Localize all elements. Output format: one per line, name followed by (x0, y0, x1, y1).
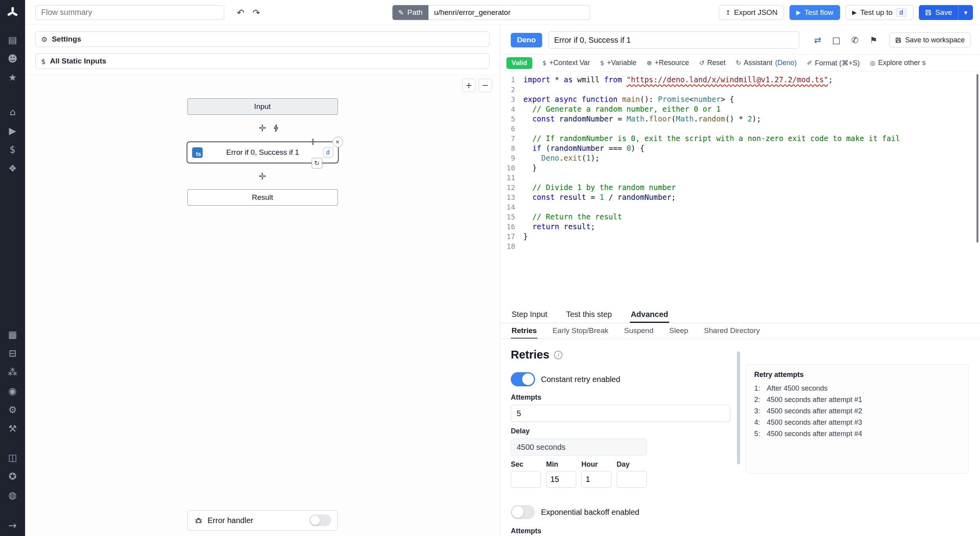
editor-toolbar: Valid $+Context Var$+Variable⊕+Resource↺… (500, 54, 980, 72)
code-line-12[interactable]: 12 // Divide 1 by the random number (500, 183, 980, 192)
retry-attempt-row: 1:After 4500 seconds (754, 383, 960, 394)
code-line-7[interactable]: 7 // If randomNumber is 0, exit the scri… (500, 134, 980, 143)
path-input[interactable] (428, 5, 590, 20)
favorites-icon[interactable]: ★ (0, 68, 25, 87)
exponential-backoff-label: Exponential backoff enabled (541, 508, 639, 517)
code-line-8[interactable]: 8 if (randomNumber === 0) { (500, 143, 980, 153)
code-line-18[interactable]: 18 (500, 241, 980, 251)
insert-step-icon[interactable]: ✛ (309, 137, 316, 147)
rp-subtab-sleep[interactable]: Sleep (668, 323, 689, 339)
code-line-1[interactable]: 1import * as wmill from "https://deno.la… (500, 75, 980, 85)
github-icon[interactable]: ◍ (0, 486, 25, 505)
assistant-button[interactable]: ↻Assistant(Deno) (736, 59, 797, 67)
rp-tab-step-input[interactable]: Step Input (511, 307, 548, 323)
zoom-in-button[interactable]: + (462, 79, 475, 92)
format-button[interactable]: ✐Format (⌘+S) (807, 59, 860, 67)
save-to-workspace-button[interactable]: Save to workspace (889, 33, 971, 47)
undo-button[interactable]: ↶ (234, 5, 248, 20)
schedules-icon[interactable]: ▦ (0, 325, 25, 344)
editor-scrollbar[interactable] (976, 74, 978, 243)
export-json-button[interactable]: ↥ Export JSON (719, 5, 784, 20)
rp-subtab-retries[interactable]: Retries (511, 323, 537, 339)
line-number: 15 (500, 212, 515, 222)
code-line-9[interactable]: 9 Deno.exit(1); (500, 153, 980, 163)
step-node[interactable]: ts Error if 0, Success if 1 d ✛ ✕ ↻ (187, 141, 339, 163)
save-icon (925, 9, 932, 16)
add-resource-button[interactable]: ⊕+Resource (647, 59, 689, 67)
rp-subtab-early-stop-break[interactable]: Early Stop/Break (552, 323, 609, 339)
jobs-icon[interactable]: ▶ (0, 121, 25, 140)
result-node[interactable]: Result (187, 189, 338, 206)
test-flow-button[interactable]: ▶ Test flow (789, 5, 840, 20)
delay-hour-input[interactable] (581, 471, 612, 488)
code-line-5[interactable]: 5 const randomNumber = Math.floor(Math.r… (500, 114, 980, 124)
input-node[interactable]: Input (187, 98, 338, 115)
rp-tab-advanced[interactable]: Advanced (630, 307, 669, 323)
code-line-2[interactable]: 2 (500, 85, 980, 94)
code-line-15[interactable]: 15 // Return the result (500, 212, 980, 222)
error-handler-row[interactable]: Error handler (187, 510, 338, 531)
flow-summary-input[interactable] (35, 5, 224, 20)
connector: ✛ (187, 163, 338, 189)
phone-icon[interactable]: ✆ (851, 35, 858, 45)
expand-sidebar-icon[interactable]: → (0, 515, 25, 536)
error-handler-toggle[interactable] (309, 514, 331, 526)
delay-day-input[interactable] (617, 471, 647, 488)
redo-button[interactable]: ↷ (249, 5, 263, 20)
code-line-4[interactable]: 4 // Generate a random number, either 0 … (500, 104, 980, 114)
trigger-bolt-icon[interactable] (272, 124, 280, 132)
settings-row[interactable]: ⚙ Settings (35, 31, 490, 47)
exponential-backoff-toggle[interactable] (511, 505, 535, 519)
delay-input[interactable] (511, 438, 647, 456)
rp-tab-test-this-step[interactable]: Test this step (565, 307, 613, 323)
zoom-out-button[interactable]: − (479, 79, 492, 92)
constant-retry-toggle[interactable] (511, 372, 535, 386)
audit-logs-icon[interactable]: ◉ (0, 382, 25, 400)
workers-icon[interactable]: ⚒ (0, 419, 25, 438)
code-line-11[interactable]: 11 (500, 173, 980, 183)
settings-icon[interactable]: ⚙ (0, 400, 25, 419)
step-name-input[interactable] (548, 31, 799, 49)
variables-icon[interactable]: $ (0, 140, 25, 159)
test-up-to-button[interactable]: ▶ Test up to d (846, 5, 913, 20)
docs-icon[interactable]: ◫ (0, 448, 25, 467)
code-line-6[interactable]: 6 (500, 124, 980, 134)
retries-scrollbar[interactable] (737, 351, 740, 464)
folders-icon[interactable]: ⊟ (0, 344, 25, 363)
code-line-14[interactable]: 14 (500, 202, 980, 212)
user-icon[interactable]: ☻ (0, 49, 25, 68)
swap-icon[interactable]: ⇄ (814, 35, 821, 45)
insert-step-icon[interactable]: ✛ (259, 123, 266, 133)
attempts-input[interactable] (511, 405, 730, 422)
reset-button[interactable]: ↺Reset (699, 59, 725, 67)
explore-scripts-button[interactable]: ◎Explore other s (870, 59, 926, 67)
info-icon[interactable]: i (554, 351, 563, 359)
delay-sec-input[interactable] (511, 471, 541, 488)
rp-subtab-suspend[interactable]: Suspend (623, 323, 654, 339)
flag-icon[interactable]: ⚑ (869, 35, 877, 45)
rp-subtab-shared-directory[interactable]: Shared Directory (703, 323, 761, 339)
flow-canvas[interactable]: + − Input ✛ (25, 74, 500, 536)
resources-icon[interactable]: ❖ (0, 159, 25, 178)
add-variable-button[interactable]: $+Variable (600, 59, 636, 67)
path-badge[interactable]: ✎ Path (392, 5, 428, 20)
windmill-logo[interactable] (0, 0, 25, 25)
save-button[interactable]: Save (919, 5, 958, 20)
window-icon[interactable]: □ (832, 35, 840, 45)
save-dropdown-button[interactable]: ▾ (958, 5, 973, 20)
delay-min-input[interactable] (546, 471, 576, 488)
groups-icon[interactable]: ⁂ (0, 363, 25, 382)
add-context-var-button[interactable]: $+Context Var (543, 59, 590, 67)
code-line-16[interactable]: 16 return result; (500, 222, 980, 232)
home-icon[interactable]: ⌂ (0, 103, 25, 121)
code-line-10[interactable]: 10 } (500, 163, 980, 173)
code-line-17[interactable]: 17} (500, 232, 980, 241)
insert-step-icon[interactable]: ✛ (259, 171, 266, 181)
delete-step-button[interactable]: ✕ (332, 137, 343, 147)
code-editor[interactable]: 1import * as wmill from "https://deno.la… (500, 72, 980, 307)
discord-icon[interactable]: ✪ (0, 467, 25, 486)
code-line-13[interactable]: 13 const result = 1 / randomNumber; (500, 192, 980, 202)
runs-icon[interactable]: ▤ (0, 31, 25, 49)
code-line-3[interactable]: 3export async function main(): Promise<n… (500, 94, 980, 104)
static-inputs-row[interactable]: $ All Static Inputs (35, 53, 490, 69)
